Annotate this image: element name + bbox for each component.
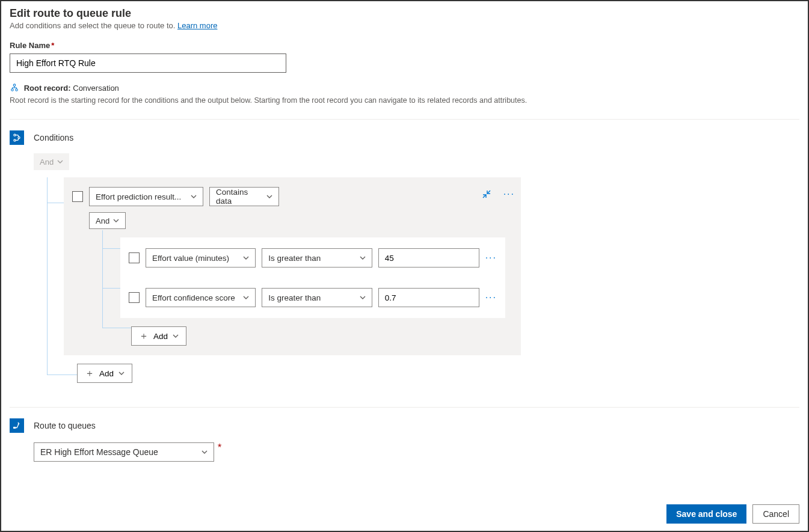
queue-dropdown[interactable]: ER High Effort Message Queue	[34, 442, 214, 462]
root-record-value: Conversation	[73, 84, 119, 93]
route-header: Route to queues	[10, 418, 799, 433]
field-dropdown-label: Effort value (minutes)	[152, 254, 229, 263]
tree-line	[47, 203, 64, 203]
chevron-down-icon	[201, 449, 208, 455]
row-more-icon[interactable]: ···	[485, 252, 497, 263]
plus-icon: ＋	[85, 368, 94, 378]
row-checkbox[interactable]	[129, 292, 140, 303]
operator-dropdown[interactable]: Is greater than	[262, 248, 372, 268]
condition-row: Effort value (minutes) Is greater than ·…	[129, 248, 497, 268]
svg-point-1	[11, 89, 14, 91]
operator-dropdown-label: Is greater than	[268, 293, 321, 302]
learn-more-link[interactable]: Learn more	[177, 21, 217, 30]
cancel-button[interactable]: Cancel	[752, 504, 799, 524]
field-dropdown-label: Effort confidence score	[152, 293, 235, 302]
inner-and-label: And	[96, 216, 109, 225]
entity-dropdown-label: Effort prediction result...	[96, 192, 181, 201]
group-checkbox[interactable]	[72, 191, 83, 202]
entity-dropdown[interactable]: Effort prediction result...	[89, 187, 203, 206]
value-input[interactable]	[378, 288, 479, 307]
value-input[interactable]	[378, 248, 479, 268]
conditions-title: Conditions	[34, 133, 73, 142]
conditions-icon	[10, 130, 24, 145]
dialog-footer: Save and close Cancel	[666, 504, 799, 524]
root-record-row: Root record: Conversation	[10, 84, 799, 94]
conditions-area: And ··· Effort predicti	[34, 153, 799, 383]
root-and-label: And	[40, 157, 54, 167]
row-checkbox[interactable]	[129, 252, 140, 263]
rule-name-label: Rule Name*	[10, 41, 799, 50]
field-dropdown[interactable]: Effort value (minutes)	[146, 248, 256, 268]
svg-point-3	[14, 134, 16, 136]
condition-tree: ··· Effort prediction result... Contains…	[34, 177, 799, 383]
root-and-operator[interactable]: And	[34, 153, 69, 170]
svg-point-4	[14, 139, 16, 141]
svg-point-0	[13, 84, 16, 87]
chevron-down-icon	[360, 295, 366, 301]
tree-line	[102, 328, 131, 328]
chevron-down-icon	[113, 218, 119, 224]
chevron-down-icon	[266, 194, 272, 200]
queue-dropdown-label: ER High Effort Message Queue	[40, 447, 158, 457]
required-asterisk: *	[218, 442, 221, 453]
chevron-down-icon	[57, 159, 63, 165]
page-subtitle: Add conditions and select the queue to r…	[10, 21, 799, 30]
rule-name-input[interactable]	[10, 54, 286, 73]
rule-name-label-text: Rule Name	[10, 41, 50, 50]
chevron-down-icon	[360, 255, 366, 261]
add-inner-button[interactable]: ＋ Add	[131, 326, 186, 346]
required-asterisk: *	[51, 41, 54, 50]
group-operator-dropdown[interactable]: Contains data	[209, 187, 279, 206]
operator-dropdown[interactable]: Is greater than	[262, 288, 372, 307]
root-record-label: Root record:	[24, 84, 71, 93]
tree-line	[102, 230, 103, 328]
root-record-help: Root record is the starting record for t…	[10, 96, 799, 105]
add-inner-label: Add	[153, 332, 168, 341]
conditions-header: Conditions	[10, 130, 799, 145]
svg-point-5	[18, 136, 20, 138]
condition-group: ··· Effort prediction result... Contains…	[64, 177, 521, 355]
add-outer-label: Add	[99, 369, 114, 378]
tree-line	[102, 248, 120, 249]
section-divider	[10, 119, 799, 120]
chevron-down-icon	[243, 295, 249, 301]
inner-condition-group: Effort value (minutes) Is greater than ·…	[120, 237, 505, 318]
chevron-down-icon	[191, 194, 197, 200]
chevron-down-icon	[243, 255, 249, 261]
chevron-down-icon	[173, 333, 179, 339]
plus-icon: ＋	[139, 331, 149, 341]
hierarchy-icon	[10, 84, 19, 94]
subtitle-text: Add conditions and select the queue to r…	[10, 21, 177, 30]
route-title: Route to queues	[34, 421, 96, 430]
operator-dropdown-label: Is greater than	[268, 254, 321, 263]
inner-and-operator[interactable]: And	[89, 212, 126, 229]
page-title: Edit route to queue rule	[10, 7, 799, 20]
svg-point-2	[16, 89, 18, 91]
tree-line	[47, 177, 48, 375]
tree-line	[102, 288, 120, 289]
condition-row: Effort confidence score Is greater than …	[129, 288, 497, 307]
svg-rect-6	[14, 427, 16, 429]
group-entity-row: Effort prediction result... Contains dat…	[72, 187, 512, 206]
row-more-icon[interactable]: ···	[485, 292, 497, 303]
field-dropdown[interactable]: Effort confidence score	[146, 288, 256, 307]
dialog-frame: Edit route to queue rule Add conditions …	[0, 0, 809, 532]
route-icon	[10, 418, 24, 433]
tree-line	[47, 375, 77, 375]
chevron-down-icon	[118, 370, 125, 376]
add-outer-button[interactable]: ＋ Add	[77, 364, 132, 383]
group-operator-label: Contains data	[216, 188, 262, 206]
section-divider	[10, 407, 799, 408]
save-button[interactable]: Save and close	[666, 504, 746, 524]
